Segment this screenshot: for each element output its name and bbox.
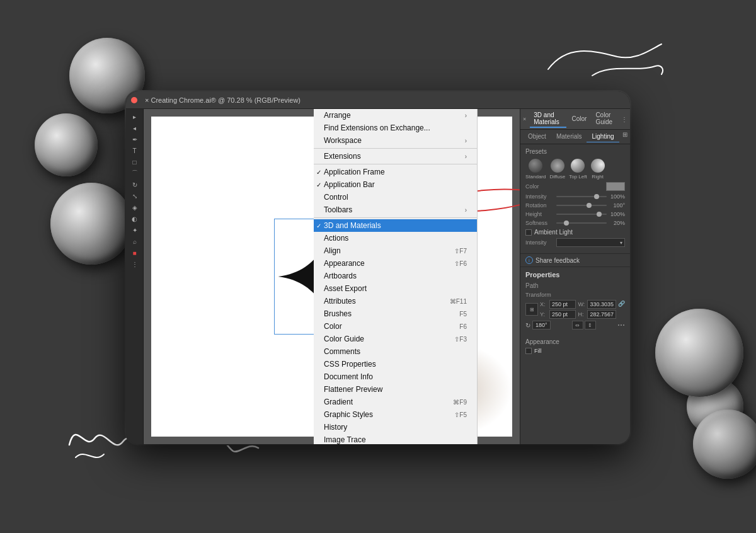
tool-gradient[interactable]: ◐ <box>129 214 141 224</box>
main-content: ▸ ◂ ✒ T □ ⌒ ↻ ⤡ ◈ ◐ ✦ ⌕ ■ ⋮ <box>126 109 630 444</box>
tool-pen[interactable]: ✒ <box>129 134 141 144</box>
presets-label: Presets <box>525 148 625 155</box>
menu-arrow: › <box>465 207 467 214</box>
menu-item-align[interactable]: Align ⇧F7 <box>314 244 477 257</box>
tool-more[interactable]: ⋮ <box>129 259 141 269</box>
fill-checkbox[interactable] <box>525 348 532 354</box>
sub-tab-object[interactable]: Object <box>523 131 551 142</box>
menu-item-toolbars[interactable]: Toolbars › <box>314 203 477 216</box>
share-feedback-row[interactable]: i Share feedback <box>520 254 630 267</box>
ambient-light-checkbox[interactable] <box>525 229 532 236</box>
preset-right-label: Right <box>592 174 604 180</box>
menu-item-appearance[interactable]: Appearance ⇧F6 <box>314 257 477 270</box>
intensity-slider[interactable] <box>556 196 607 197</box>
sub-tab-more-icon[interactable]: ⊞ <box>622 131 627 142</box>
menu-item-brushes[interactable]: Brushes F5 <box>314 307 477 320</box>
appearance-title: Appearance <box>525 338 625 345</box>
y-value[interactable]: 250 pt <box>549 310 576 319</box>
tool-color-fill[interactable]: ■ <box>129 248 141 258</box>
tool-brush[interactable]: ⌒ <box>129 168 141 178</box>
menu-item-gradient[interactable]: Gradient ⌘F9 <box>314 396 477 408</box>
transform-anchor-icon[interactable]: ⊞ <box>525 303 538 316</box>
transform-fields: X: 250 pt Y: 250 pt <box>540 300 576 319</box>
lock-proportions-icon[interactable]: 🔗 <box>618 300 625 307</box>
softness-label: Softness <box>525 220 554 226</box>
x-label: X: <box>540 301 547 307</box>
transform-label: Transform <box>525 292 625 298</box>
menu-item-graphic-styles[interactable]: Graphic Styles ⇧F5 <box>314 408 477 421</box>
menu-item-color-guide[interactable]: Color Guide ⇧F3 <box>314 333 477 345</box>
close-button[interactable] <box>131 97 137 103</box>
tool-blend[interactable]: ◈ <box>129 202 141 212</box>
preset-diffuse[interactable]: Diffuse <box>549 159 565 180</box>
softness-row: Softness 20% <box>525 220 625 226</box>
menu-item-document-info[interactable]: Document Info <box>314 370 477 383</box>
fill-label: Fill <box>534 348 542 354</box>
preset-standard[interactable]: Standard <box>525 159 546 180</box>
color-swatch[interactable] <box>606 182 625 191</box>
softness-thumb[interactable] <box>564 221 569 226</box>
tab-3d-materials[interactable]: 3D and Materials <box>530 110 566 128</box>
sub-tab-lighting[interactable]: Lighting <box>587 131 619 142</box>
tool-type[interactable]: T <box>129 146 141 156</box>
menu-item-attributes[interactable]: Attributes ⌘F11 <box>314 295 477 307</box>
angle-icon: ↻ <box>525 322 530 329</box>
x-value[interactable]: 250 pt <box>549 300 576 309</box>
height-slider[interactable] <box>556 214 607 215</box>
canvas-area[interactable]: Arrange › Find Extensions on Exchange...… <box>144 109 520 444</box>
menu-item-find-extensions[interactable]: Find Extensions on Exchange... <box>314 122 477 134</box>
panel-expand-icon[interactable]: ⋮ <box>621 116 627 123</box>
menu-item-css-properties[interactable]: CSS Properties <box>314 358 477 370</box>
menu-item-app-bar[interactable]: Application Bar <box>314 178 477 191</box>
h-value[interactable]: 282.7567 <box>587 310 616 319</box>
menu-item-3d-materials[interactable]: 3D and Materials <box>314 219 477 232</box>
tool-direct-select[interactable]: ◂ <box>129 123 141 133</box>
angle-value[interactable]: 180° <box>532 321 551 330</box>
tool-eyedropper[interactable]: ✦ <box>129 225 141 235</box>
menu-item-image-trace[interactable]: Image Trace <box>314 433 477 444</box>
tool-zoom[interactable]: ⌕ <box>129 236 141 246</box>
rotation-thumb[interactable] <box>587 203 592 208</box>
intensity-thumb[interactable] <box>594 194 599 199</box>
flip-horizontal-icon[interactable]: ⇔ <box>572 321 583 330</box>
preset-right-icon <box>591 159 605 173</box>
menu-item-artboards[interactable]: Artboards <box>314 270 477 282</box>
tool-select[interactable]: ▸ <box>129 112 141 122</box>
panel-close-button[interactable]: × <box>523 116 526 122</box>
menu-item-asset-export[interactable]: Asset Export <box>314 282 477 295</box>
tool-rotate[interactable]: ↻ <box>129 180 141 190</box>
rotation-slider[interactable] <box>556 205 607 206</box>
menu-item-app-frame[interactable]: Application Frame <box>314 166 477 178</box>
menu-item-actions[interactable]: Actions <box>314 232 477 244</box>
preset-top-left[interactable]: Top Left <box>569 159 587 180</box>
menu-shortcut: ⇧F7 <box>454 248 467 255</box>
y-label: Y: <box>540 311 547 318</box>
menu-item-history[interactable]: History <box>314 421 477 433</box>
menu-item-workspace[interactable]: Workspace › <box>314 134 477 147</box>
sub-tab-materials[interactable]: Materials <box>551 131 587 142</box>
preset-top-left-label: Top Left <box>569 174 587 180</box>
tab-color-guide[interactable]: Color Guide <box>592 110 620 128</box>
tool-scale[interactable]: ⤡ <box>129 191 141 201</box>
sphere-5 <box>655 309 743 397</box>
more-button[interactable]: ⋯ <box>617 321 625 330</box>
preset-right[interactable]: Right <box>591 159 605 180</box>
menu-item-comments[interactable]: Comments <box>314 345 477 358</box>
tab-color[interactable]: Color <box>568 114 590 125</box>
sphere-4 <box>687 378 743 435</box>
w-value[interactable]: 330.3035 <box>587 300 616 309</box>
menu-shortcut: ⌘F11 <box>450 298 467 305</box>
menu-item-extensions[interactable]: Extensions › <box>314 150 477 163</box>
app-window: × Creating Chrome.ai® @ 70.28 % (RGB/Pre… <box>126 91 630 444</box>
menu-item-arrange[interactable]: Arrange › <box>314 109 477 122</box>
softness-slider[interactable] <box>556 222 607 224</box>
menu-item-flattener-preview[interactable]: Flattener Preview <box>314 383 477 396</box>
intensity-dropdown[interactable]: ▾ <box>556 238 625 247</box>
height-thumb[interactable] <box>597 212 602 217</box>
menu-item-color[interactable]: Color F6 <box>314 320 477 333</box>
tool-shape[interactable]: □ <box>129 157 141 167</box>
h-field-row: H: 282.7567 <box>578 310 616 319</box>
menu-item-control[interactable]: Control <box>314 191 477 203</box>
flip-vertical-icon[interactable]: ⇕ <box>585 321 596 330</box>
menu-separator <box>314 164 477 164</box>
